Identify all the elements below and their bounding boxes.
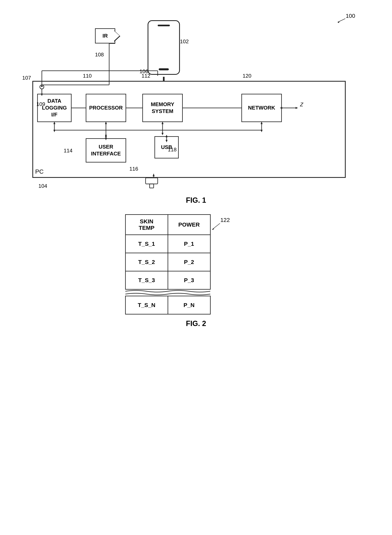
ref-100: 100 [336,12,360,26]
page: 100 102 IR 108 106 [0,0,392,535]
data-logging-block: DATA LOGGING I/F [37,94,72,122]
ref-114: 114 [64,148,72,154]
ref-104: 104 [38,183,47,189]
row1-col2: P_1 [168,235,210,253]
fig2-diagram: 122 SKIN TEMP POWER T_S_1 P_1 [77,214,259,315]
ir-label: IR [103,33,108,39]
user-interface-label: USER INTERFACE [91,144,121,157]
fig2-caption: FIG. 2 [0,319,392,328]
user-interface-block: USER INTERFACE [86,138,126,163]
ref-116: 116 [129,166,138,172]
svg-marker-21 [105,135,107,137]
network-label: NETWORK [248,104,275,111]
row2-col2: P_2 [168,253,210,271]
svg-marker-13 [162,133,163,135]
smartphone [145,20,182,77]
row3-col2: P_3 [168,271,210,289]
ref-109: 109 [36,101,45,107]
col2-header: POWER [168,215,210,235]
pc-arrows-svg: Z [33,82,345,177]
lookup-table: SKIN TEMP POWER T_S_1 P_1 T_S_2 P_2 T_S_… [125,214,211,315]
ref-120: 120 [243,73,251,79]
fig1-caption: FIG. 1 [0,196,392,205]
ir-lens-inner [114,31,120,41]
svg-marker-16 [261,130,263,132]
row2-col1: T_S_2 [125,253,168,271]
network-block: NETWORK [241,94,282,122]
processor-block: PROCESSOR [86,94,126,122]
ir-box: IR [95,28,115,43]
ref-108: 108 [95,51,104,58]
svg-marker-27 [296,107,298,109]
ref-110: 110 [83,73,92,79]
fig1-diagram: 100 102 IR 108 106 [20,12,364,194]
wavy-separator-row [125,289,210,296]
memory-block: MEMORY SYSTEM [142,94,183,122]
row3-col1: T_S_3 [125,271,168,289]
svg-line-45 [212,223,220,229]
svg-rect-40 [145,178,158,184]
table-row: T_S_2 P_2 [125,253,210,271]
memory-label: MEMORY SYSTEM [151,101,174,115]
table-row: T_S_N P_N [125,296,210,314]
data-logging-label: DATA LOGGING I/F [42,98,67,118]
smartphone-body [148,20,180,75]
svg-marker-7 [53,130,55,132]
rowN-col1: T_S_N [125,296,168,314]
processor-label: PROCESSOR [89,104,123,111]
smartphone-button [159,68,169,70]
rowN-col2: P_N [168,296,210,314]
svg-rect-41 [149,184,154,188]
pc-label: PC [35,168,44,175]
row1-col1: T_S_1 [125,235,168,253]
svg-text:100: 100 [346,13,355,19]
ref-118: 118 [168,147,177,153]
svg-text:122: 122 [220,217,230,223]
svg-marker-10 [105,135,107,137]
ref-122: 122 [208,216,238,233]
col1-header: SKIN TEMP [125,215,168,235]
smartphone-speaker [158,25,170,26]
table-row: T_S_3 P_3 [125,271,210,289]
ref-107: 107 [22,75,31,81]
ref-112: 112 [141,73,150,79]
pc-box: DATA LOGGING I/F PROCESSOR MEMORY SYSTEM… [32,81,346,178]
table-row: T_S_1 P_1 [125,235,210,253]
ref-102: 102 [180,38,189,45]
svg-text:Z: Z [300,102,303,107]
ir-camera: IR [95,28,119,47]
